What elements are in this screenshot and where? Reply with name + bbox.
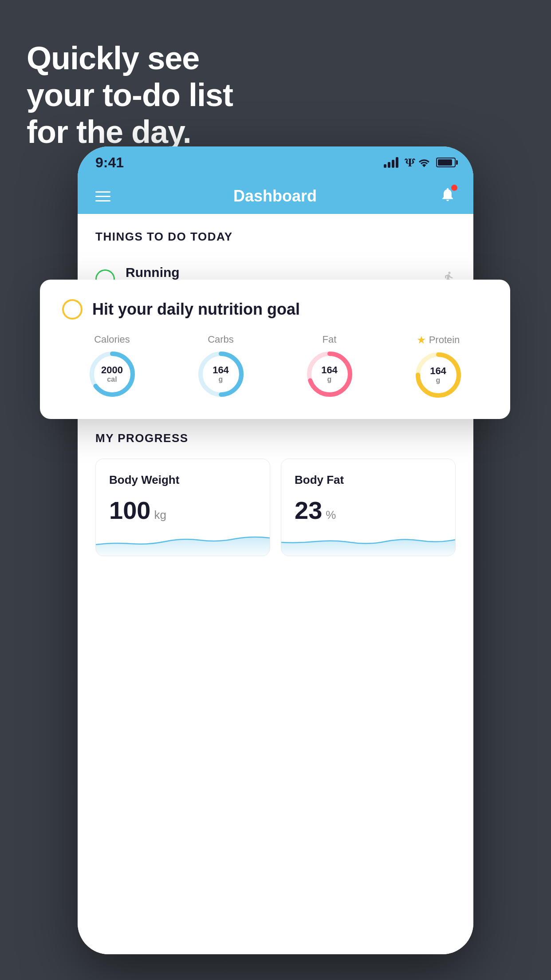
phone-frame: 9:41 𝚿 Dashboard [78,146,473,954]
protein-label: ★ Protein [417,334,460,346]
nav-bar: Dashboard [78,178,473,214]
nutrition-item-carbs: Carbs 164 g [197,334,245,399]
body-weight-unit: kg [154,508,166,522]
progress-header: MY PROGRESS [95,431,456,445]
progress-section: MY PROGRESS Body Weight 100 kg [78,414,473,556]
nutrition-card: Hit your daily nutrition goal Calories 2… [40,280,510,419]
body-fat-chart [281,525,455,556]
fat-value: 164 [321,365,338,375]
protein-ring: 164 g [414,351,463,399]
fat-ring: 164 g [305,350,354,399]
todo-title-running: Running [126,265,431,280]
progress-grid: Body Weight 100 kg [95,458,456,556]
nutrition-checkbox[interactable] [62,299,83,320]
calories-unit: cal [101,375,123,383]
signal-icon [384,157,398,168]
carbs-unit: g [213,375,229,383]
body-weight-chart [96,525,270,556]
body-fat-unit: % [326,508,336,522]
fat-unit: g [321,375,338,383]
body-weight-value: 100 [109,496,150,525]
battery-icon [436,158,456,167]
headline-line2: your to-do list [27,77,233,114]
calories-value: 2000 [101,365,123,375]
carbs-ring: 164 g [197,350,245,399]
nutrition-item-fat: Fat 164 g [305,334,354,399]
status-icons: 𝚿 [384,156,456,170]
protein-unit: g [430,376,446,384]
protein-star-icon: ★ [417,334,426,346]
headline: Quickly see your to-do list for the day. [27,40,233,150]
menu-button[interactable] [95,191,110,202]
things-section-header: THINGS TO DO TODAY [78,214,473,253]
headline-line3: for the day. [27,114,233,150]
body-fat-title: Body Fat [295,473,442,487]
nutrition-item-calories: Calories 2000 cal [88,334,137,399]
calories-ring: 2000 cal [88,350,137,399]
carbs-value: 164 [213,365,229,375]
notification-dot [451,185,457,191]
notification-bell-button[interactable] [440,186,456,206]
body-fat-value: 23 [295,496,322,525]
nutrition-card-title: Hit your daily nutrition goal [92,300,300,319]
carbs-label: Carbs [208,334,234,345]
status-time: 9:41 [95,154,124,171]
nutrition-grid: Calories 2000 cal Carbs [62,334,488,399]
status-bar: 9:41 𝚿 [78,146,473,178]
body-weight-card[interactable]: Body Weight 100 kg [95,458,270,556]
nav-title: Dashboard [233,187,317,205]
calories-label: Calories [94,334,130,345]
nutrition-item-protein: ★ Protein 164 g [414,334,463,399]
wifi-icon: 𝚿 [405,156,430,170]
fat-label: Fat [323,334,337,345]
body-weight-title: Body Weight [109,473,256,487]
protein-value: 164 [430,366,446,376]
body-fat-card[interactable]: Body Fat 23 % [281,458,456,556]
headline-line1: Quickly see [27,40,233,77]
